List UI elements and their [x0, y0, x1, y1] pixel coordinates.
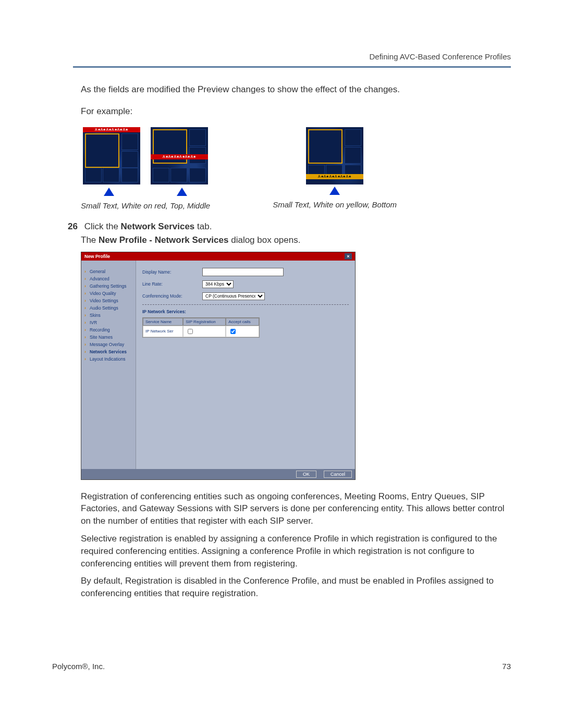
dialog-nav: General Advanced Gathering Settings Vide…	[81, 261, 136, 469]
nav-item-ivr[interactable]: IVR	[85, 319, 133, 326]
overlay-strip-middle: A★A★A★A★A★A★	[151, 154, 208, 159]
nav-item-gathering-settings[interactable]: Gathering Settings	[85, 282, 133, 290]
table-row[interactable]: IP Network Ser	[143, 326, 259, 337]
nav-item-video-quality[interactable]: Video Quality	[85, 290, 133, 297]
td-service-name: IP Network Ser	[143, 326, 183, 337]
ok-button[interactable]: OK	[296, 471, 316, 478]
display-name-input[interactable]	[202, 268, 284, 276]
accept-calls-checkbox[interactable]	[230, 329, 236, 334]
new-profile-dialog: New Profile × General Advanced Gathering…	[81, 252, 356, 480]
preview-row: A★A★A★A★A★A★ A★A★A★A★A★A★	[81, 127, 511, 210]
line-rate-label: Line Rate:	[142, 281, 202, 287]
overlay-strip-top: A★A★A★A★A★A★	[83, 127, 140, 132]
section-header: Defining AVC-Based Conference Profiles	[73, 52, 511, 68]
paragraph-2: Selective registration is enabled by ass…	[81, 533, 511, 570]
nav-item-site-names[interactable]: Site Names	[85, 334, 133, 341]
th-service-name[interactable]: Service Name	[143, 318, 183, 326]
preview-thumb-top: A★A★A★A★A★A★	[83, 127, 140, 184]
arrow-up-icon	[329, 187, 340, 195]
dialog-title: New Profile	[84, 254, 110, 259]
caption-left: Small Text, White on red, Top, Middle	[81, 201, 210, 210]
step-text-prefix: Click the	[84, 221, 121, 231]
overlay-strip-bottom: A★A★A★A★A★A★	[306, 174, 363, 179]
step-text-suffix: tab.	[194, 221, 212, 231]
conf-mode-select[interactable]: CP (Continuous Presence)	[202, 292, 265, 300]
nav-item-message-overlay[interactable]: Message Overlay	[85, 341, 133, 348]
step-sub: The New Profile - Network Services dialo…	[81, 235, 511, 245]
sip-registration-checkbox[interactable]	[188, 329, 193, 334]
page-footer: Polycom®, Inc. 73	[52, 662, 511, 671]
caption-right: Small Text, White on yellow, Bottom	[273, 200, 397, 209]
nav-item-audio-settings[interactable]: Audio Settings	[85, 304, 133, 312]
step-text-bold: Network Services	[121, 221, 195, 231]
nav-item-skins[interactable]: Skins	[85, 312, 133, 319]
arrow-up-icon	[104, 188, 114, 196]
step-sub-bold: New Profile - Network Services	[99, 235, 228, 245]
dialog-footer: OK Cancel	[81, 469, 355, 479]
cancel-button[interactable]: Cancel	[324, 471, 352, 478]
close-icon[interactable]: ×	[345, 253, 352, 260]
conf-mode-label: Conferencing Mode:	[142, 293, 202, 299]
nav-item-video-settings[interactable]: Video Settings	[85, 297, 133, 304]
footer-company: Polycom®, Inc.	[52, 662, 105, 671]
intro-line-1: As the fields are modified the Preview c…	[81, 83, 511, 96]
ip-section-head: IP Network Services:	[142, 309, 349, 314]
preview-group-right: A★A★A★A★A★A★ Small Text, White on yellow…	[273, 127, 397, 210]
nav-item-recording[interactable]: Recording	[85, 326, 133, 334]
preview-thumb-middle: A★A★A★A★A★A★	[151, 127, 208, 184]
step-sub-suffix: dialog box opens.	[228, 235, 300, 245]
preview-thumb-bottom: A★A★A★A★A★A★	[306, 127, 363, 184]
nav-item-general[interactable]: General	[85, 268, 133, 275]
preview-group-left: A★A★A★A★A★A★ A★A★A★A★A★A★	[81, 127, 210, 210]
step-number: 26	[68, 221, 78, 231]
divider	[142, 304, 349, 305]
nav-item-network-services[interactable]: Network Services	[85, 348, 133, 355]
intro-line-2: For example:	[81, 105, 511, 118]
th-sip-registration[interactable]: SIP Registration	[183, 318, 226, 326]
nav-item-advanced[interactable]: Advanced	[85, 275, 133, 282]
paragraph-1: Registration of conferencing entities su…	[81, 490, 511, 527]
step-sub-prefix: The	[81, 235, 99, 245]
footer-page-number: 73	[502, 662, 511, 671]
dialog-main: Display Name: Line Rate: 384 Kbps Confer…	[136, 261, 355, 469]
paragraph-3: By default, Registration is disabled in …	[81, 575, 511, 600]
nav-item-layout-indications[interactable]: Layout Indications	[85, 355, 133, 363]
dialog-titlebar[interactable]: New Profile ×	[81, 252, 355, 261]
step-26: 26 Click the Network Services tab.	[68, 221, 511, 232]
display-name-label: Display Name:	[142, 269, 202, 275]
ip-network-table: Service Name SIP Registration Accept cal…	[142, 317, 260, 338]
arrow-up-icon	[177, 188, 187, 196]
line-rate-select[interactable]: 384 Kbps	[202, 280, 234, 288]
th-accept-calls[interactable]: Accept calls	[226, 318, 259, 326]
